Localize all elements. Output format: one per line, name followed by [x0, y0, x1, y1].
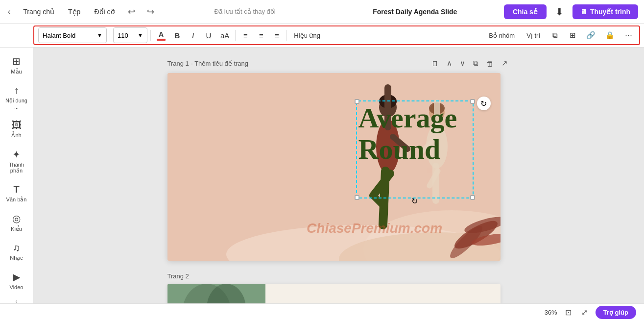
list-icon: ≡ [259, 31, 263, 40]
handle-top-right[interactable] [470, 99, 475, 104]
sidebar-item-photos[interactable]: 🖼 Ảnh [2, 116, 31, 143]
zoom-level: 36% [545, 309, 557, 316]
status-bar: 36% ⊡ ⤢ Trợ giúp [0, 303, 644, 321]
slide-2-image-area [167, 284, 265, 303]
slide-duplicate-button[interactable]: ⧉ [471, 57, 481, 69]
share-button[interactable]: Chia sẻ [504, 4, 547, 19]
handle-top-left[interactable] [355, 99, 359, 104]
collapse-sidebar-button[interactable]: ‹ [14, 296, 20, 303]
slide-1-wrapper: Trang 1 - Thêm tiêu đề trang 🗒 ∧ ∨ ⧉ 🗑 ↗ [167, 57, 510, 261]
handle-bottom-left[interactable] [355, 195, 359, 200]
video-label: Video [10, 284, 24, 290]
sidebar: ⊞ Mẫu ↑ Nội dung ... 🖼 Ảnh ✦ Thành phần … [0, 48, 33, 303]
lock-icon[interactable]: 🔒 [602, 28, 618, 43]
slide-2-wrapper: Trang 2 [167, 272, 510, 303]
sidebar-item-templates[interactable]: ⊞ Mẫu [2, 51, 31, 79]
header-left: ‹ Trang chủ Tệp Đổi cỡ ↩ ↪ [6, 4, 156, 19]
line-spacing-icon: ≡ [275, 31, 279, 40]
sidebar-item-video[interactable]: ▶ Video [2, 267, 31, 294]
divider-2 [150, 30, 151, 41]
elements-icon: ✦ [12, 148, 21, 160]
italic-button[interactable]: I [186, 28, 200, 43]
align-icon: ≡ [243, 31, 248, 40]
undo-button[interactable]: ↩ [126, 4, 137, 19]
sidebar-item-elements[interactable]: ✦ Thành phần [2, 145, 31, 178]
outer-rotate-handle[interactable]: ↻ [477, 97, 491, 110]
effects-button[interactable]: Hiệu ứng [290, 28, 324, 43]
fullscreen-button[interactable]: ⤢ [579, 307, 590, 318]
project-title: Forest Daily Agenda Slide [334, 8, 496, 16]
present-button[interactable]: 🖥 Thuyết trình [572, 4, 638, 19]
style-label: Kiểu [11, 226, 22, 232]
slide-more-button[interactable]: ↗ [499, 57, 510, 69]
photos-icon: 🖼 [12, 120, 22, 131]
nav-file[interactable]: Tệp [65, 6, 83, 18]
slide-up-button[interactable]: ∧ [444, 57, 454, 69]
photos-label: Ảnh [11, 132, 21, 139]
slide-down-button[interactable]: ∨ [457, 57, 468, 69]
link-icon[interactable]: 🔗 [583, 28, 598, 43]
help-button[interactable]: Trợ giúp [596, 306, 636, 319]
font-size-select[interactable]: 110 ▼ [113, 27, 147, 43]
ungroup-button[interactable]: Bỏ nhóm [485, 30, 519, 41]
music-icon: ♫ [13, 242, 20, 253]
status-right: 36% ⊡ ⤢ Trợ giúp [545, 306, 636, 319]
divider-1 [110, 30, 110, 41]
grid-icon[interactable]: ⊞ [566, 28, 579, 43]
font-size-value: 110 [118, 32, 128, 39]
chevron-down-icon: ▼ [97, 32, 102, 38]
divider-4 [286, 30, 287, 41]
position-button[interactable]: Vị trí [523, 30, 544, 41]
templates-icon: ⊞ [12, 55, 21, 67]
line-spacing-button[interactable]: ≡ [270, 28, 284, 43]
style-icon: ◎ [12, 213, 21, 224]
sidebar-item-music[interactable]: ♫ Nhạc [2, 238, 31, 265]
text-color-button[interactable]: A [154, 28, 168, 43]
slide-1-label-row: Trang 1 - Thêm tiêu đề trang 🗒 ∧ ∨ ⧉ 🗑 ↗ [167, 57, 510, 69]
bottom-rotate-handle[interactable]: ↻ [409, 196, 420, 206]
saved-status: Đã lưu tất cả thay đổi [164, 8, 326, 15]
chevron-down-icon-2: ▼ [138, 32, 143, 38]
elements-label: Thành phần [4, 162, 29, 174]
slide-1-canvas[interactable]: ↻ ↻ Average Round ChiasePremium.com [167, 73, 501, 261]
font-family-select[interactable]: Halant Bold ▼ [38, 27, 107, 43]
monitor-icon: 🖥 [580, 8, 587, 16]
color-indicator-group: A [157, 30, 166, 41]
redo-button[interactable]: ↪ [145, 4, 156, 19]
canvas-area[interactable]: Trang 1 - Thêm tiêu đề trang 🗒 ∧ ∨ ⧉ 🗑 ↗ [33, 48, 644, 303]
bold-button[interactable]: B [170, 28, 184, 43]
nav-resize[interactable]: Đổi cỡ [91, 6, 118, 18]
sidebar-item-text[interactable]: T Văn bản [2, 180, 31, 207]
formatting-toolbar: Halant Bold ▼ 110 ▼ A B I U aA ≡ [33, 25, 640, 45]
text-selection-box[interactable]: ↻ [356, 100, 474, 198]
slide-delete-button[interactable]: 🗑 [484, 58, 496, 69]
align-button[interactable]: ≡ [239, 28, 252, 43]
slide-2-canvas[interactable] [167, 284, 501, 303]
layer-icon[interactable]: ⧉ [548, 28, 562, 43]
font-color-icon: A [159, 30, 164, 38]
slide-note-button[interactable]: 🗒 [429, 58, 441, 69]
slide2-bg-svg [167, 284, 265, 303]
sidebar-item-content[interactable]: ↑ Nội dung ... [2, 81, 31, 114]
text-label: Văn bản [6, 197, 27, 203]
toolbar-wrapper: Halant Bold ▼ 110 ▼ A B I U aA ≡ [0, 24, 644, 48]
list-button[interactable]: ≡ [254, 28, 268, 43]
divider-3 [235, 30, 236, 41]
more-icon[interactable]: ⋯ [621, 28, 635, 43]
underline-button[interactable]: U [202, 28, 215, 43]
content-icon: ↑ [14, 85, 19, 96]
text-icon: T [13, 184, 19, 195]
sidebar-item-style[interactable]: ◎ Kiểu [2, 209, 31, 236]
video-icon: ▶ [13, 271, 20, 283]
slide-2-label: Trang 2 [167, 272, 510, 280]
header-right: Chia sẻ ⬇ 🖥 Thuyết trình [504, 3, 638, 21]
toolbar-right-actions: Bỏ nhóm Vị trí ⧉ ⊞ 🔗 🔒 ⋯ [485, 28, 635, 43]
nav-home[interactable]: Trang chủ [20, 6, 57, 18]
fit-screen-button[interactable]: ⊡ [563, 307, 573, 318]
handle-bottom-right[interactable] [470, 195, 475, 200]
main-layout: ⊞ Mẫu ↑ Nội dung ... 🖼 Ảnh ✦ Thành phần … [0, 48, 644, 303]
back-button[interactable]: ‹ [6, 5, 12, 18]
case-button[interactable]: aA [217, 28, 232, 43]
download-button[interactable]: ⬇ [550, 3, 569, 21]
header: ‹ Trang chủ Tệp Đổi cỡ ↩ ↪ Đã lưu tất cả… [0, 0, 644, 24]
